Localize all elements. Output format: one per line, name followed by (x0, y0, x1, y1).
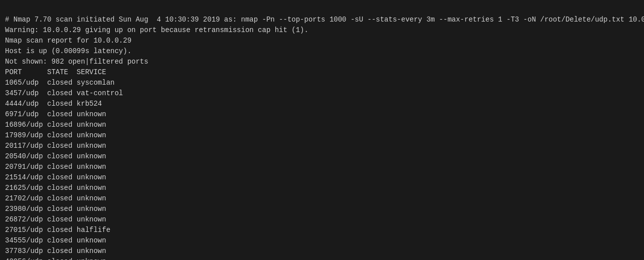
terminal-line: 17989/udp closed unknown (5, 130, 639, 141)
terminal-line: 26872/udp closed unknown (5, 214, 639, 225)
terminal-line: 34555/udp closed unknown (5, 235, 639, 246)
terminal-line: 21625/udp closed unknown (5, 183, 639, 193)
terminal-line: 20540/udp closed unknown (5, 151, 639, 162)
terminal-line: Host is up (0.00099s latency). (5, 46, 639, 57)
terminal-line: 21514/udp closed unknown (5, 172, 639, 183)
terminal-line: Warning: 10.0.0.29 giving up on port bec… (5, 25, 639, 36)
terminal-line: 27015/udp closed halflife (5, 225, 639, 235)
terminal-line: 23980/udp closed unknown (5, 204, 639, 214)
terminal-line: 4444/udp closed krb524 (5, 99, 639, 109)
terminal-line: 6971/udp closed unknown (5, 109, 639, 120)
terminal-line: 16896/udp closed unknown (5, 120, 639, 130)
terminal-line: 3457/udp closed vat-control (5, 88, 639, 99)
terminal-line: 42056/udp closed unknown (5, 256, 639, 260)
terminal-line: 20791/udp closed unknown (5, 162, 639, 172)
terminal-line: PORT STATE SERVICE (5, 67, 639, 78)
terminal-line: # Nmap 7.70 scan initiated Sun Aug 4 10:… (5, 15, 639, 25)
terminal-line: Not shown: 982 open|filtered ports (5, 57, 639, 67)
terminal-line: 37783/udp closed unknown (5, 246, 639, 256)
terminal-line: 1065/udp closed syscomlan (5, 78, 639, 88)
terminal-line: 20117/udp closed unknown (5, 141, 639, 151)
terminal-line: Nmap scan report for 10.0.0.29 (5, 36, 639, 46)
terminal-line: 21702/udp closed unknown (5, 193, 639, 204)
terminal-output: # Nmap 7.70 scan initiated Sun Aug 4 10:… (5, 4, 639, 260)
